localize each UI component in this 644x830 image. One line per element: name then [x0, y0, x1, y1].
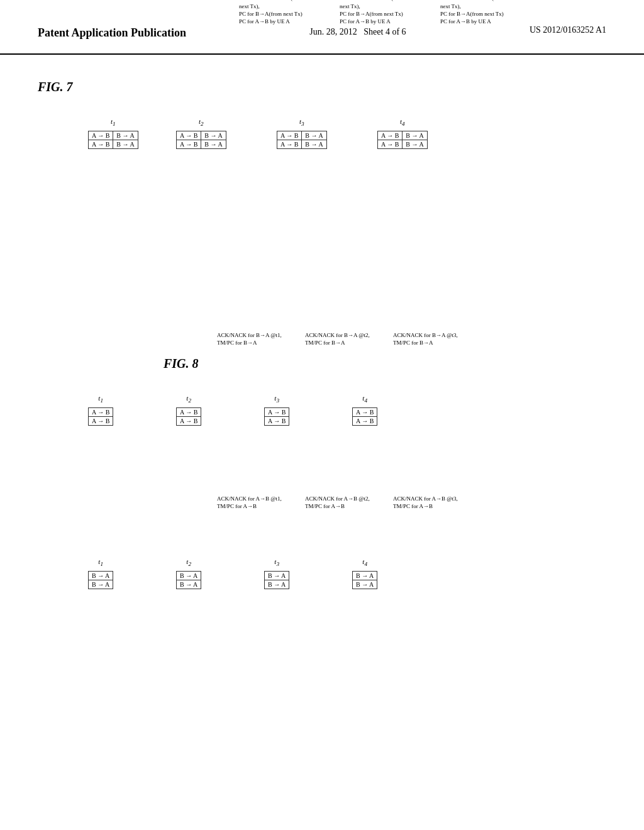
- fig7-t3-cell3: A → B: [277, 140, 302, 149]
- fig7-t1-cell3: A → B: [89, 140, 113, 149]
- fig7-t2-box: A → B B → A A → B B → A: [176, 131, 226, 149]
- fig8-top-t2-box: A → B A → B: [176, 407, 201, 426]
- patent-number: US 2012/0163252 A1: [530, 25, 606, 35]
- fig8-bot-t4-box: B → A B → A: [352, 571, 377, 589]
- fig8-bot-t2-label: t2: [176, 558, 201, 567]
- fig7-t2-cell3: A → B: [177, 140, 201, 149]
- fig8-top-t4: t4 A → B A → B ACK/NACK for B→A @t3,TM/P…: [352, 394, 377, 426]
- fig7-section: FIG. 7 t1 A → B B → A A → B B → A t2 A →…: [38, 80, 606, 344]
- fig7-t3-label: t3: [277, 118, 327, 127]
- fig7-t1-cell2: B → A: [113, 131, 138, 140]
- fig7-t2-cell2: B → A: [201, 131, 226, 140]
- fig8-top-t4-label: t4: [352, 394, 377, 404]
- fig7-t4-label: t4: [377, 118, 428, 127]
- fig7-t2: t2 A → B B → A A → B B → A ACK/NACK for …: [176, 118, 226, 149]
- fig8-bot-t1-r1: B → A: [89, 572, 113, 580]
- fig8-top-t2: t2 A → B A → B ACK/NACK for B→A @t1,TM/P…: [176, 394, 201, 426]
- fig8-bot-t3-note: ACK/NACK for A→B @t2,TM/PC for A→B: [305, 495, 380, 510]
- fig8-top-t3: t3 A → B A → B ACK/NACK for B→A @t2,TM/P…: [264, 394, 289, 426]
- fig7-t1-label: t1: [88, 118, 138, 127]
- fig7-t4: t4 A → B B → A A → B B → A ACK/NACK for …: [377, 118, 428, 149]
- fig8-bot-t4-r1: B → A: [353, 572, 377, 580]
- fig8-top-t4-note: ACK/NACK for B→A @t3,TM/PC for B→A: [393, 331, 469, 346]
- fig8-bot-t4-note: ACK/NACK for A→B @t3,TM/PC for A→B: [393, 495, 469, 510]
- fig8-top-t1-r2: A → B: [89, 417, 113, 426]
- fig7-t1-box: A → B B → A A → B B → A: [88, 131, 138, 149]
- fig7-t4-cell3: A → B: [378, 140, 402, 149]
- fig8-top-t2-r2: A → B: [177, 417, 201, 426]
- fig8-top-t1-box: A → B A → B: [88, 407, 113, 426]
- fig7-label: FIG. 7: [38, 80, 73, 94]
- fig7-t3-note: ACK/NACK for B→A, A→B @t2, TM for B→A & …: [340, 0, 412, 25]
- fig8-top-t3-r2: A → B: [265, 417, 289, 426]
- fig7-t2-label: t2: [176, 118, 226, 127]
- fig8-bot-t2-r2: B → A: [177, 580, 201, 589]
- fig8-bot-t3-label: t3: [264, 558, 289, 567]
- fig8-top-t1: t1 A → B A → B: [88, 394, 113, 426]
- fig7-t2-note: ACK/NACK for B→A, A→B @t1, TM for B→A & …: [239, 0, 311, 25]
- fig8-top-t4-r1: A → B: [353, 408, 377, 417]
- fig7-t2-cell4: B → A: [201, 140, 226, 149]
- fig8-top-t2-r1: A → B: [177, 408, 201, 417]
- fig8-top-t1-r1: A → B: [89, 408, 113, 417]
- fig8-top-t4-box: A → B A → B: [352, 407, 377, 426]
- fig8-bot-t1-label: t1: [88, 558, 113, 567]
- fig8-top-t2-label: t2: [176, 394, 201, 404]
- fig8-top-t4-r2: A → B: [353, 417, 377, 426]
- fig8-bot-t2-note: ACK/NACK for A→B @t1,TM/PC for A→B: [217, 495, 292, 510]
- fig7-t3-cell1: A → B: [277, 131, 302, 140]
- fig7-t2-cell1: A → B: [177, 131, 201, 140]
- fig7-t3-cell4: B → A: [302, 140, 326, 149]
- fig8-top-t1-label: t1: [88, 394, 113, 404]
- fig8-bot-t2-box: B → A B → A: [176, 571, 201, 589]
- fig8-bot-t4-label: t4: [352, 558, 377, 567]
- sheet-info: Jun. 28, 2012 Sheet 4 of 6: [309, 25, 406, 39]
- fig8-bot-t4: t4 B → A B → A ACK/NACK for A→B @t3,TM/P…: [352, 558, 377, 589]
- fig8-top-t3-box: A → B A → B: [264, 407, 289, 426]
- fig7-t4-box: A → B B → A A → B B → A: [377, 131, 428, 149]
- fig8-top-t3-note: ACK/NACK for B→A @t2,TM/PC for B→A: [305, 331, 380, 346]
- fig8-bot-t3-r1: B → A: [265, 572, 289, 580]
- fig8-top-t3-r1: A → B: [265, 408, 289, 417]
- fig8-bot-t2: t2 B → A B → A ACK/NACK for A→B @t1,TM/P…: [176, 558, 201, 589]
- fig8-bot-t1: t1 B → A B → A: [88, 558, 113, 589]
- fig7-t1-cell1: A → B: [89, 131, 113, 140]
- fig8-bot-t3: t3 B → A B → A ACK/NACK for A→B @t2,TM/P…: [264, 558, 289, 589]
- fig7-t1-cell4: B → A: [113, 140, 138, 149]
- fig7-t4-cell1: A → B: [378, 131, 402, 140]
- fig7-t1: t1 A → B B → A A → B B → A: [88, 118, 138, 149]
- fig7-t3-cell2: B → A: [302, 131, 326, 140]
- fig8-top-t2-note: ACK/NACK for B→A @t1,TM/PC for B→A: [217, 331, 292, 346]
- fig7-t4-cell4: B → A: [402, 140, 427, 149]
- fig8-bot-t3-r2: B → A: [265, 580, 289, 589]
- fig8-bot-t1-r2: B → A: [89, 580, 113, 589]
- fig8-top-t3-label: t3: [264, 394, 289, 404]
- main-content: FIG. 7 t1 A → B B → A A → B B → A t2 A →…: [0, 55, 644, 734]
- fig7-t4-note: ACK/NACK for B→A, A→B @t3, TM for B→A & …: [440, 0, 513, 25]
- page-header: Patent Application Publication Jun. 28, …: [0, 0, 644, 55]
- fig7-t4-cell2: B → A: [402, 131, 427, 140]
- fig8-bot-t4-r2: B → A: [353, 580, 377, 589]
- fig8-section: FIG. 8 t1 A → B A → B t2 A → B A → B ACK…: [38, 357, 606, 709]
- publication-title: Patent Application Publication: [38, 25, 186, 41]
- fig8-bot-t3-box: B → A B → A: [264, 571, 289, 589]
- fig7-t3-box: A → B B → A A → B B → A: [277, 131, 327, 149]
- fig8-label: FIG. 8: [164, 357, 199, 371]
- fig8-bot-t1-box: B → A B → A: [88, 571, 113, 589]
- fig7-t3: t3 A → B B → A A → B B → A ACK/NACK for …: [277, 118, 327, 149]
- fig8-bot-t2-r1: B → A: [177, 572, 201, 580]
